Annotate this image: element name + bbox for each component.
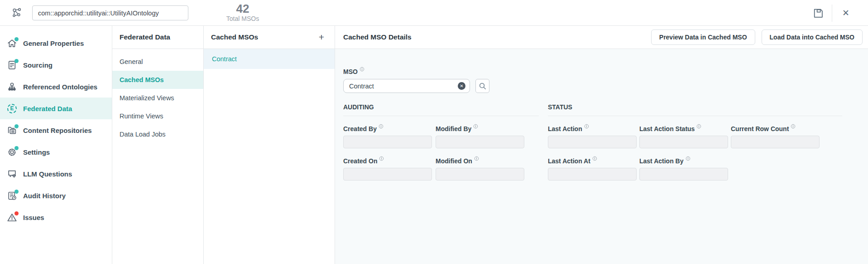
ontology-graph-icon: [11, 7, 23, 19]
folder-icon: [7, 125, 17, 136]
details-header-buttons: Preview Data in Cached MSO Load Data int…: [651, 29, 863, 45]
federated-e-icon: E: [7, 103, 17, 114]
federated-item-materialized-views[interactable]: Materialized Views: [112, 89, 203, 107]
modified-on-label: Modified On: [436, 157, 524, 165]
ontology-nodes-icon: [7, 82, 17, 92]
current-row-count-input: [731, 136, 820, 148]
details-header: Cached MSO Details Preview Data in Cache…: [335, 26, 868, 49]
notification-dot: [14, 124, 19, 128]
clear-icon[interactable]: ✕: [458, 82, 465, 90]
current-row-count-label: Current Row Count: [731, 125, 820, 132]
created-on-label: Created On: [343, 157, 432, 165]
last-action-by-input: [639, 168, 728, 181]
last-action-at-label: Last Action At: [548, 157, 637, 165]
modified-by-label: Modified By: [436, 125, 524, 132]
auditing-row-2: Created On Modified On: [343, 157, 539, 181]
created-by-field: Created By: [343, 125, 432, 148]
home-icon: [7, 38, 17, 49]
main-row: General Properties Sourcing: [0, 26, 868, 264]
form-sections: AUDITING Created By: [343, 103, 868, 181]
cached-msos-panel-header: Cached MSOs +: [204, 26, 335, 49]
sidebar-item-label: Federated Data: [23, 105, 72, 112]
document-icon: [7, 60, 17, 70]
add-cached-mso-button[interactable]: +: [316, 31, 327, 43]
last-action-status-input: [639, 136, 728, 148]
mso-input-wrap: ✕: [343, 79, 470, 93]
status-row-2: Last Action At Last Action By: [548, 157, 842, 181]
cached-mso-item-contract[interactable]: Contract: [204, 49, 335, 69]
mso-input-row: ✕: [343, 79, 868, 93]
federated-item-data-load-jobs[interactable]: Data Load Jobs: [112, 125, 203, 143]
sidebar-item-label: Sourcing: [23, 61, 53, 69]
modified-on-field: Modified On: [436, 157, 524, 181]
info-icon[interactable]: [791, 124, 796, 129]
info-icon[interactable]: [592, 156, 597, 161]
info-icon[interactable]: [686, 156, 691, 161]
info-icon[interactable]: [379, 156, 384, 161]
sidebar-item-settings[interactable]: Settings: [0, 141, 112, 163]
audit-clock-icon: [7, 191, 17, 201]
last-action-label: Last Action: [548, 125, 637, 132]
federated-item-general[interactable]: General: [112, 53, 203, 71]
federated-data-panel-title: Federated Data: [112, 26, 203, 49]
sidebar-item-general-properties[interactable]: General Properties: [0, 32, 112, 54]
preview-data-button[interactable]: Preview Data in Cached MSO: [651, 29, 755, 45]
total-msos-label: Total MSOs: [226, 15, 259, 23]
sidebar-item-audit-history[interactable]: Audit History: [0, 185, 112, 206]
cached-msos-panel-title: Cached MSOs: [211, 33, 258, 41]
mso-input[interactable]: [343, 79, 470, 93]
federated-item-runtime-views[interactable]: Runtime Views: [112, 107, 203, 125]
total-msos-value: 42: [226, 2, 259, 15]
notification-dot: [14, 211, 19, 215]
topbar-divider: [832, 5, 832, 22]
info-icon[interactable]: [379, 124, 384, 129]
sidebar-item-label: Settings: [23, 148, 50, 156]
load-data-button[interactable]: Load Data into Cached MSO: [762, 29, 863, 45]
last-action-status-label: Last Action Status: [639, 125, 728, 132]
info-icon[interactable]: [696, 124, 701, 129]
modified-on-input: [436, 168, 524, 181]
sidebar-item-referenced-ontologies[interactable]: Referenced Ontologies: [0, 76, 112, 98]
auditing-section-title: AUDITING: [343, 103, 539, 111]
sidebar-item-federated-data[interactable]: E Federated Data: [0, 98, 112, 119]
info-icon[interactable]: [473, 124, 478, 129]
info-icon[interactable]: [360, 67, 364, 72]
info-icon[interactable]: [584, 124, 589, 129]
last-action-by-field: Last Action By: [639, 157, 728, 181]
sidebar-item-sourcing[interactable]: Sourcing: [0, 54, 112, 76]
search-mso-button[interactable]: [475, 79, 489, 93]
details-title: Cached MSO Details: [343, 33, 412, 41]
last-action-at-input: [548, 168, 637, 181]
sidebar-item-issues[interactable]: Issues: [0, 206, 112, 228]
save-icon[interactable]: [812, 7, 824, 19]
last-action-at-field: Last Action At: [548, 157, 637, 181]
left-sidebar: General Properties Sourcing: [0, 26, 112, 264]
modified-by-input: [436, 136, 524, 148]
notification-dot: [14, 190, 19, 194]
created-by-label: Created By: [343, 125, 432, 132]
cached-msos-panel: Cached MSOs + Contract: [204, 26, 335, 264]
auditing-row-1: Created By Modified By: [343, 125, 539, 148]
ontology-name-input[interactable]: [32, 5, 188, 20]
close-icon[interactable]: ✕: [840, 7, 852, 19]
sidebar-item-content-repositories[interactable]: Content Repositories: [0, 119, 112, 141]
federated-data-panel: Federated Data General Cached MSOs Mater…: [112, 26, 204, 264]
notification-dot: [14, 59, 19, 63]
topbar-actions: ✕: [812, 0, 852, 26]
details-body: MSO ✕ A: [335, 49, 868, 264]
total-msos-counter: 42 Total MSOs: [226, 2, 259, 23]
federated-item-cached-msos[interactable]: Cached MSOs: [112, 71, 203, 89]
notification-dot: [14, 146, 19, 150]
sidebar-item-label: Content Repositories: [23, 127, 92, 134]
sidebar-item-llm-questions[interactable]: LLM Questions: [0, 163, 112, 185]
current-row-count-field: Current Row Count: [731, 125, 820, 148]
last-action-field: Last Action: [548, 125, 637, 148]
status-section: STATUS Last Action: [548, 103, 842, 181]
mso-field-label: MSO: [343, 68, 868, 75]
top-bar: 42 Total MSOs ✕: [0, 0, 868, 26]
gear-icon: [7, 147, 17, 157]
section-divider: [343, 116, 539, 116]
search-icon: [478, 82, 487, 90]
created-on-field: Created On: [343, 157, 432, 181]
info-icon[interactable]: [474, 156, 479, 161]
